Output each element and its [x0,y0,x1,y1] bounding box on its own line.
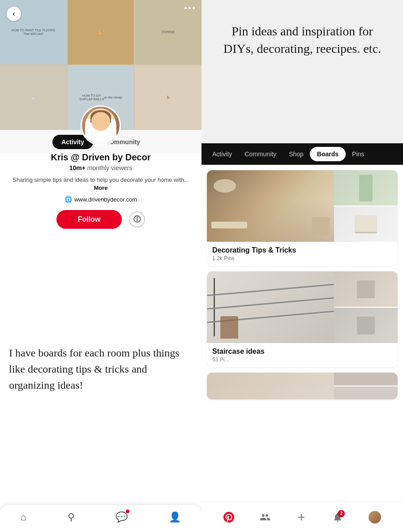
board-side-images-2 [334,271,398,343]
profile-name: Kris @ Driven by Decor [9,152,193,163]
pinterest-icon [223,512,234,523]
board-pins-1: 1.2k Pins [207,255,398,266]
viewers-suffix: monthly viewers [86,164,132,172]
handwriting-top-content: Pin ideas and inspiration for DIYs, deco… [215,22,390,57]
nav-pins[interactable]: Pins [346,145,370,163]
bottom-nav: ⌂ ⚲ 💬 👤 [0,505,202,532]
user-avatar-icon[interactable] [369,511,381,523]
back-button[interactable]: ‹ [7,7,21,21]
notification-badge: 2 [338,510,345,517]
plus-icon [296,512,307,523]
avatar-image [85,108,116,144]
nav-activity[interactable]: Activity [206,145,238,163]
collage-cell-4: 🛁 [0,65,67,130]
profile-viewers: 10m+ monthly viewers [9,164,193,172]
info-button[interactable]: ⓘ [129,211,145,227]
board-small-img-2b [334,308,398,343]
nav-boards[interactable]: Boards [310,147,346,161]
nav-search-icon[interactable]: ⚲ [68,511,75,523]
notification-icon[interactable]: 2 [332,512,343,523]
handwriting-bottom-text: I have boards for each room plus things … [0,331,202,407]
follow-area: Follow ⓘ [9,210,193,229]
pinterest-home-icon[interactable] [223,512,234,523]
bio-more-link[interactable]: More [94,184,107,191]
handwriting-top-text: Pin ideas and inspiration for DIYs, deco… [206,13,399,66]
globe-icon: 🌐 [64,196,72,203]
board-small-img-1a [334,170,398,206]
people-icon [260,512,270,523]
board-images-2 [207,271,398,343]
board-main-img-3 [207,373,334,399]
profile-info: Kris @ Driven by Decor 10m+ monthly view… [0,152,202,238]
boards-nav: Activity Community Shop Boards Pins [202,143,403,165]
board-main-img-2 [207,271,334,343]
board-side-images-1 [334,170,398,242]
board-card-decorating[interactable]: Decorating Tips & Tricks 1.2k Pins [207,170,398,266]
dot-2 [189,7,191,9]
board-small-img-2a [334,271,398,307]
avatar [81,105,121,146]
avatar-head [91,112,110,131]
board-pins-2: 53 Pi... [207,356,398,367]
board-images-1 [207,170,398,242]
board-main-img-1 [207,170,334,242]
bio-text: Sharing simple tips and ideas to help yo… [13,176,189,183]
board-side-images-3 [334,373,398,399]
nav-community[interactable]: Community [238,145,283,163]
board-images-3 [207,373,398,399]
board-title-1: Decorating Tips & Tricks [207,242,398,255]
viewers-count: 10m+ [69,164,86,172]
avatar-container [81,105,121,146]
dot-1 [184,7,187,9]
collage-cell-2: 🧺 [68,0,134,64]
nav-home-icon[interactable]: ⌂ [21,511,26,523]
profile-website[interactable]: 🌐 www.drivenbydecor.com [9,196,193,203]
collage-cell-3: COFFEE [135,0,202,64]
dot-3 [193,7,195,9]
nav-shop[interactable]: Shop [283,145,310,163]
board-small-img-3b [334,386,398,399]
left-panel: HOW TO PAINT TILE FLOORSThat Will Last! … [0,0,202,532]
user-avatar [369,511,381,523]
bottom-app-bar: 2 [202,502,403,532]
boards-panel: Activity Community Shop Boards Pins De [202,143,403,532]
follow-button[interactable]: Follow [56,210,122,229]
more-button[interactable] [184,7,195,9]
board-card-staircase[interactable]: Staircase ideas 53 Pi... [207,271,398,367]
phone-screen: HOW TO PAINT TILE FLOORSThat Will Last! … [0,0,202,269]
profile-bio: Sharing simple tips and ideas to help yo… [9,176,193,192]
collage-cell-6: 🪑 [135,65,202,130]
create-icon[interactable] [296,512,307,523]
nav-chat-icon[interactable]: 💬 [116,511,128,523]
board-small-img-3a [334,373,398,386]
board-small-img-1b [334,206,398,242]
website-url: www.drivenbydecor.com [74,196,137,203]
nav-profile-icon[interactable]: 👤 [169,511,181,523]
following-icon[interactable] [260,512,270,523]
handwriting-bottom-content: I have boards for each room plus things … [9,345,193,393]
chat-badge [126,510,129,513]
board-title-2: Staircase ideas [207,343,398,356]
board-card-partial[interactable] [207,373,398,399]
